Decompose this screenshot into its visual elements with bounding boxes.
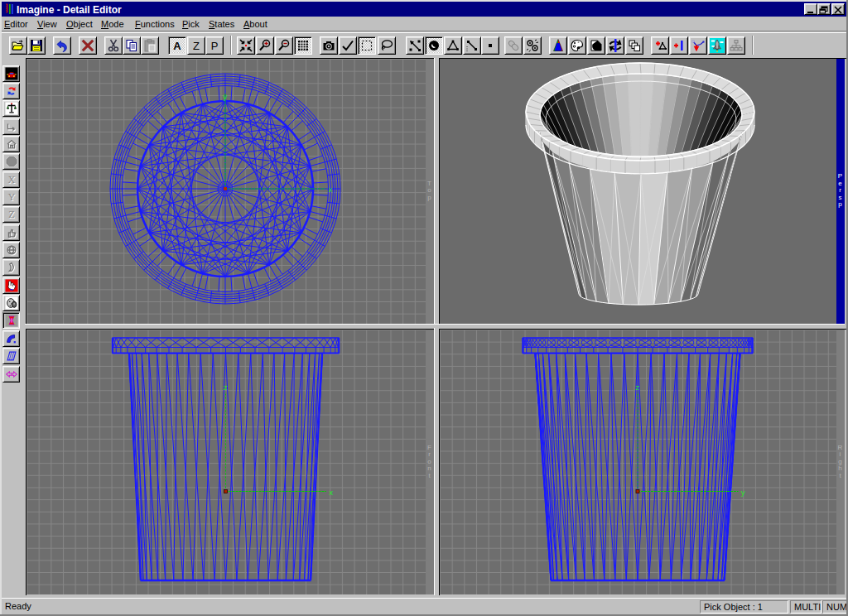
svg-text:x: x (328, 186, 332, 195)
svg-text:Y: Y (7, 191, 15, 203)
svg-text:Z: Z (8, 209, 15, 221)
svg-text:y: y (740, 489, 745, 498)
svg-text:x: x (329, 489, 333, 498)
svg-text:y: y (223, 94, 228, 102)
svg-text:z: z (223, 384, 227, 392)
svg-text:P: P (211, 40, 219, 52)
svg-text:X: X (7, 174, 15, 185)
svg-text:z: z (635, 384, 639, 392)
svg-text:Z: Z (193, 40, 200, 52)
svg-text:A: A (173, 40, 181, 52)
